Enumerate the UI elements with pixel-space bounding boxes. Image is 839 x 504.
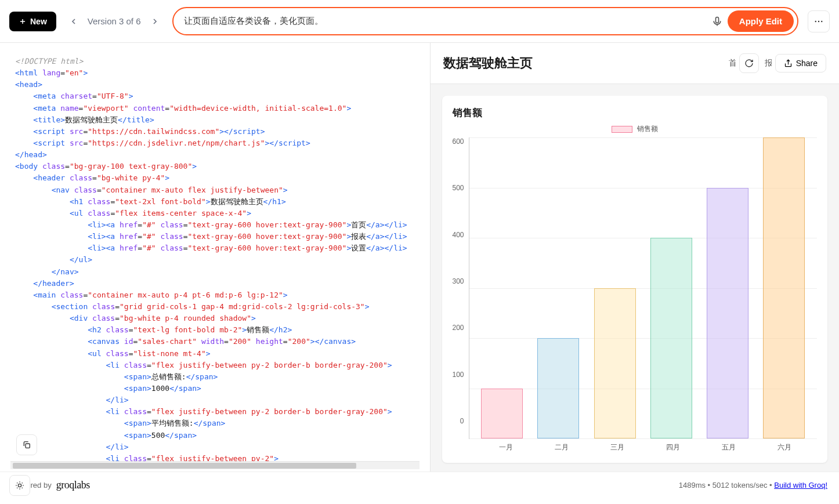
y-tick: 600 [453, 137, 464, 146]
bar [763, 137, 805, 438]
bar-chart: 6005004003002001000 [453, 137, 818, 439]
svg-rect-4 [26, 444, 30, 448]
preview-header: 数据驾驶舱主页 首 报 Share [431, 43, 840, 84]
sun-icon [15, 481, 24, 490]
bar [537, 338, 579, 438]
svg-point-3 [821, 20, 822, 21]
svg-point-1 [815, 20, 816, 21]
plus-icon [19, 17, 27, 26]
code-editor[interactable]: <!DOCTYPE html> <html lang="en"> <head> … [10, 53, 420, 461]
y-tick: 500 [453, 184, 464, 192]
bar [650, 238, 692, 438]
bars [469, 137, 817, 438]
dots-icon [813, 16, 824, 27]
copy-icon [22, 440, 31, 449]
code-horizontal-scrollbar[interactable] [10, 461, 420, 469]
y-tick: 400 [453, 231, 464, 239]
prompt-input[interactable] [184, 16, 707, 26]
x-tick: 二月 [555, 443, 569, 452]
footer-stats: 1489ms • 5012 tokens/sec • [679, 481, 774, 490]
version-next-button[interactable] [147, 13, 163, 30]
y-axis: 6005004003002001000 [453, 137, 469, 425]
bar [707, 188, 748, 439]
legend-swatch [612, 126, 632, 133]
share-button[interactable]: Share [775, 54, 826, 72]
nav-link-reports[interactable]: 报 [762, 55, 772, 72]
x-axis: 一月二月三月四月五月六月 [473, 439, 818, 452]
sales-card: 销售额 销售额 6005004003002001000 一月二 [442, 96, 828, 463]
y-tick: 100 [453, 371, 464, 379]
svg-point-5 [18, 484, 21, 487]
refresh-button[interactable] [739, 53, 759, 73]
version-label: Version 3 of 6 [88, 16, 141, 26]
bar [481, 389, 523, 439]
code-pane: <!DOCTYPE html> <html lang="en"> <head> … [0, 43, 430, 472]
theme-toggle-button[interactable] [9, 475, 30, 496]
card-title: 销售额 [453, 106, 818, 119]
preview-actions: 首 报 Share [726, 53, 826, 73]
chevron-right-icon [150, 17, 160, 26]
new-button-label: New [30, 17, 47, 26]
preview-pane: 数据驾驶舱主页 首 报 Share 销售额 销售额 [430, 43, 840, 472]
chevron-left-icon [69, 17, 78, 26]
more-menu-button[interactable] [808, 10, 830, 32]
footer: Powered by groqlabs 1489ms • 5012 tokens… [0, 472, 839, 498]
chart-container: 销售额 6005004003002001000 一月二月三月四月五月六月 [453, 124, 818, 452]
main-split: <!DOCTYPE html> <html lang="en"> <head> … [0, 43, 839, 472]
topbar: New Version 3 of 6 Apply Edit [0, 0, 839, 43]
nav-link-home[interactable]: 首 [726, 55, 736, 72]
build-with-groq-link[interactable]: Build with Groq! [774, 481, 827, 490]
version-nav: Version 3 of 6 [66, 13, 163, 30]
bar [594, 288, 636, 439]
x-tick: 六月 [777, 443, 791, 452]
preview-body: 销售额 销售额 6005004003002001000 一月二 [431, 84, 840, 472]
y-tick: 0 [460, 417, 464, 425]
prompt-container: Apply Edit [172, 7, 798, 35]
chart-legend: 销售额 [453, 124, 818, 134]
x-tick: 一月 [499, 443, 513, 452]
y-tick: 300 [453, 277, 464, 285]
plot-area [469, 137, 817, 439]
legend-label: 销售额 [637, 124, 658, 134]
apply-edit-button[interactable]: Apply Edit [728, 10, 794, 32]
preview-title: 数据驾驶舱主页 [443, 55, 533, 72]
footer-right: 1489ms • 5012 tokens/sec • Build with Gr… [679, 481, 827, 490]
svg-rect-0 [715, 17, 718, 23]
copy-code-button[interactable] [16, 434, 37, 455]
new-button[interactable]: New [9, 12, 56, 31]
refresh-icon [744, 59, 754, 68]
svg-point-2 [818, 20, 819, 21]
version-prev-button[interactable] [66, 13, 82, 30]
x-tick: 四月 [666, 443, 680, 452]
x-tick: 五月 [722, 443, 736, 452]
groq-logo: groqlabs [56, 479, 90, 491]
y-tick: 200 [453, 324, 464, 332]
share-button-label: Share [796, 59, 818, 68]
share-icon [784, 59, 793, 68]
x-tick: 三月 [610, 443, 624, 452]
microphone-icon[interactable] [711, 16, 723, 27]
